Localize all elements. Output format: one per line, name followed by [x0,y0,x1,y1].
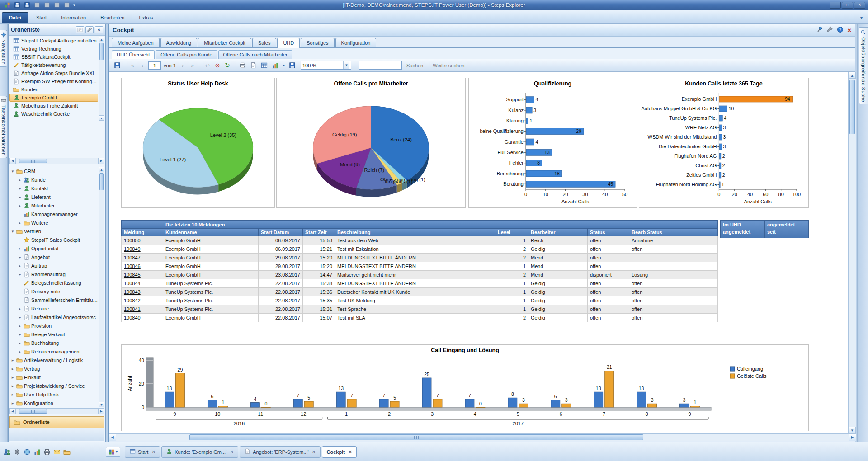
meldung-link[interactable]: 100843 [124,289,141,295]
meldung-link[interactable]: 100847 [124,255,141,260]
expander-icon[interactable]: ▸ [18,203,22,208]
dock-tab-navigation[interactable]: Navigation [0,30,7,67]
zoom-select[interactable]: 100 % ▼ [301,61,351,70]
tree-item-opportunitaet[interactable]: ▸Opportunität [9,244,98,253]
expander-icon[interactable]: ▾ [10,169,15,174]
users-icon[interactable] [4,448,11,456]
meldung-link[interactable]: 100850 [124,238,141,243]
tree-item-lieferant[interactable]: ▸Lieferant [9,193,98,201]
tree-horizontal-scrollbar[interactable]: ◀▶ [9,408,104,414]
tab-abwicklung[interactable]: Abwicklung [160,38,198,47]
prev-page-button[interactable]: ‹ [138,61,146,70]
tree-item-projektabwicklung-service[interactable]: ▸Projektabwicklung / Service [9,381,98,390]
tab-sales[interactable]: Sales [252,38,277,47]
last-page-button[interactable]: » [189,61,197,70]
export-report-icon[interactable] [113,61,122,70]
table-row[interactable]: 100844TuneUp Systems Plc.22.08.201715:38… [122,279,718,288]
expander-icon[interactable]: ▸ [10,367,15,371]
print-layout-icon[interactable] [249,61,258,70]
sidebar-item-moebelhaus-frohe-zukunft[interactable]: Möbelhaus Frohe Zukunft [9,102,98,110]
expander-icon[interactable]: ▸ [10,375,15,380]
expander-icon[interactable]: ▸ [10,384,15,388]
print-preview-icon[interactable] [42,1,51,9]
meldung-link[interactable]: 100849 [124,246,141,252]
bottom-tab-angebot-erp-system[interactable]: Angebot: 'ERP-System...'× [240,446,320,458]
column-header-bearbeiter[interactable]: Bearbeiter [528,229,588,236]
collapse-left-icon[interactable]: « [95,26,103,33]
tab-meine-aufgaben[interactable]: Meine Aufgaben [112,38,160,47]
dock-tab-tastenkombinationen[interactable]: Tastenkombinationen [0,96,7,158]
bottom-tab-kunde-exemplo-gm[interactable]: Kunde: 'Exemplo Gm...'× [161,446,238,458]
page-setup-icon[interactable] [52,1,61,9]
toolbar-options-chevron-icon[interactable]: ▾ [73,3,75,7]
chevron-down-icon[interactable]: ▾ [282,61,286,70]
subtab-uhd-uebersicht[interactable]: UHD Übersicht [112,50,155,59]
tree-item-einkauf[interactable]: ▸Einkauf [9,373,98,381]
tab-mitarbeiter-cockpit[interactable]: Mitarbeiter Cockpit [198,38,251,47]
close-button[interactable]: × [854,2,865,9]
expander-icon[interactable]: ▸ [18,349,22,354]
refresh-button[interactable]: ↻ [223,61,231,70]
expander-icon[interactable]: ▸ [18,186,22,191]
tree-item-laufzeitartikel-angebotsvorsc[interactable]: ▸Laufzeitartikel Angebotsvorsc [9,313,98,321]
column-header-meldung[interactable]: Meldung [122,229,163,236]
sidebar-item-vertrag-rechnung[interactable]: Vertrag Rechnung [9,45,98,53]
subtab-offene-calls-pro-kunde[interactable]: Offene Calls pro Kunde [156,50,217,59]
meldung-link[interactable]: 100845 [124,272,141,278]
page-number-input[interactable] [148,61,161,70]
minimize-button[interactable]: – [830,2,841,9]
weiter-suchen-button[interactable]: Weiter suchen [430,63,467,68]
tree-item-crm[interactable]: ▾CRM [9,167,98,175]
tree-item-belege-verkauf[interactable]: ▸Belege Verkauf [9,330,98,339]
first-page-button[interactable]: « [128,61,137,70]
table-row[interactable]: 100842TuneUp Systems Plc.22.08.201715:35… [122,296,718,305]
table-row[interactable]: 100847Exemplo GmbH29.08.201715:20MELDUNG… [122,254,718,262]
tree-item-delivery-note[interactable]: Delivery note [9,287,98,296]
tree-item-belegschnellerfassung[interactable]: Belegschnellerfassung [9,278,98,287]
ordnerliste-button[interactable]: Ordnerliste [9,416,104,428]
vertical-scrollbar[interactable]: ▲▼ [848,72,856,433]
table-row[interactable]: 100845Exemplo GmbH23.08.201714:47Mailser… [122,271,718,279]
table-row[interactable]: 100840Exemplo GmbH22.08.201715:07Test mi… [122,314,718,322]
suchen-button[interactable]: Suchen [404,63,426,68]
sidebar-item-stepsit-cockpit-auftraege-mit-offen[interactable]: StepsIT Cockpit Aufträge mit offen [9,37,98,45]
zoom-chevron-icon[interactable]: ▼ [343,61,349,69]
tree-item-provision[interactable]: ▸Provision [9,321,98,330]
chevron-down-icon[interactable]: ▾ [857,15,866,23]
print-icon[interactable] [33,1,41,9]
sidebar-item-sbsit-fakturacockpit[interactable]: SBSIT FakturaCockpit [9,53,98,61]
tree-item-auftrag[interactable]: ▸Auftrag [9,261,98,270]
refresh-icon[interactable] [62,1,71,9]
tree-item-angebot[interactable]: ▸Angebot [9,253,98,261]
menu-item-extras[interactable]: Extras [132,13,160,23]
table-row[interactable]: 100846Exemplo GmbH29.08.201715:20MELDUNG… [122,262,718,271]
sidebar-splitter-scrollbar[interactable]: ◀▶ [9,158,104,164]
favorites-scrollbar[interactable]: ▲▼ [99,37,104,121]
expander-icon[interactable]: ▸ [18,332,22,337]
table-row[interactable]: 100850Exemplo GmbH06.09.201715:53Test au… [122,236,718,245]
export-icon[interactable] [23,1,31,9]
expander-icon[interactable]: ▾ [10,229,15,234]
expander-icon[interactable]: ▸ [18,324,22,328]
stop-button[interactable]: ⊘ [213,61,222,70]
tree-item-retoure[interactable]: ▸Retoure [9,304,98,313]
page-setup-icon[interactable] [260,61,269,70]
mail-icon[interactable] [53,448,61,456]
tree-item-buchhaltung[interactable]: ▸Buchhaltung [9,339,98,347]
column-header-angemeldet-seit[interactable]: angemeldet seit [764,220,809,238]
pin-icon[interactable] [816,26,823,34]
app-icon[interactable] [3,1,11,9]
expander-icon[interactable]: ▸ [18,255,22,259]
close-icon[interactable]: × [847,27,851,33]
horizontal-scrollbar[interactable]: ◀▶ [109,433,856,441]
column-header-status[interactable]: Status [588,229,629,236]
bottom-tab-cockpit[interactable]: Cockpit× [322,446,357,458]
meldung-link[interactable]: 100844 [124,281,141,286]
print-icon[interactable] [238,61,247,70]
save-icon[interactable] [13,1,21,9]
save-data-icon[interactable] [288,61,297,70]
meldung-link[interactable]: 100840 [124,315,141,320]
close-tab-icon[interactable]: × [230,449,233,455]
tree-item-kampagnenmanager[interactable]: Kampagnenmanager [9,210,98,218]
column-header-kundenname[interactable]: Kundenname [163,229,259,236]
